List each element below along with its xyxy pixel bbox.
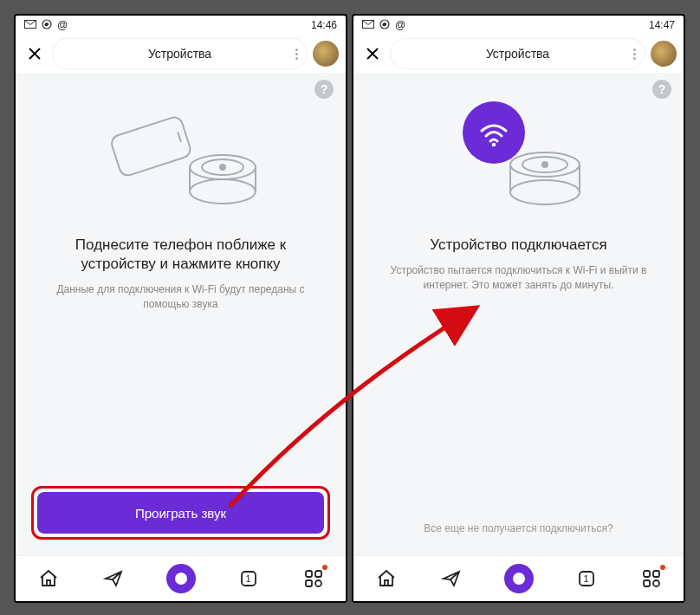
content-area: ? Поднесите телефон поближе к устройству…: [16, 73, 346, 555]
mail-icon: [24, 19, 36, 31]
tabs-count: 1: [245, 573, 250, 584]
nav-home[interactable]: [374, 566, 399, 591]
svg-rect-24: [644, 580, 650, 586]
page-title-pill[interactable]: Устройства: [390, 38, 645, 69]
top-bar: Устройства: [16, 35, 346, 73]
svg-point-5: [190, 179, 256, 204]
notification-dot: [660, 565, 665, 570]
nav-tabs[interactable]: 1: [574, 566, 599, 591]
nav-home[interactable]: [36, 566, 61, 591]
bottom-nav: 1: [353, 555, 684, 601]
top-bar: Устройства: [353, 35, 684, 73]
nav-alice[interactable]: [504, 564, 534, 593]
svg-rect-2: [109, 115, 192, 178]
illustration-wifi-speaker: [369, 80, 668, 236]
highlight-box: Проиграть звук: [31, 486, 330, 540]
illustration-phone-speaker: [31, 80, 330, 236]
nav-services[interactable]: [301, 566, 326, 591]
avatar[interactable]: [313, 41, 339, 67]
nav-tabs[interactable]: 1: [237, 566, 261, 591]
status-bar: @ 14:47: [353, 16, 684, 35]
svg-point-8: [220, 165, 225, 170]
at-icon: @: [57, 19, 68, 31]
close-button[interactable]: [23, 42, 47, 66]
whatsapp-icon: [42, 19, 52, 32]
headline: Поднесите телефон поближе к устройству и…: [31, 236, 330, 274]
svg-line-4: [178, 133, 181, 142]
nav-alice[interactable]: [166, 564, 196, 593]
clock-text: 14:46: [311, 19, 337, 31]
tabs-count: 1: [583, 573, 588, 584]
svg-rect-23: [653, 571, 659, 577]
svg-rect-11: [315, 571, 321, 577]
page-title: Устройства: [486, 47, 549, 61]
subtext: Устройство пытается подключиться к Wi-Fi…: [369, 263, 668, 293]
nav-send[interactable]: [439, 566, 463, 591]
svg-point-16: [491, 143, 496, 147]
svg-point-25: [653, 580, 659, 586]
phone-screen-left: @ 14:46 Устройства ?: [14, 14, 347, 603]
play-sound-button[interactable]: Проиграть звук: [37, 492, 324, 534]
nav-send[interactable]: [101, 566, 126, 591]
phone-screen-right: @ 14:47 Устройства ?: [352, 14, 685, 603]
button-label: Проиграть звук: [135, 506, 226, 521]
avatar[interactable]: [651, 41, 677, 67]
clock-text: 14:47: [649, 19, 675, 31]
page-title-pill[interactable]: Устройства: [52, 38, 308, 69]
mail-icon: [362, 19, 374, 31]
notification-dot: [322, 565, 327, 570]
help-icon[interactable]: ?: [652, 80, 671, 99]
help-icon[interactable]: ?: [314, 80, 334, 99]
svg-point-20: [542, 162, 548, 167]
content-area: ? Устройство подключается Устройст: [353, 73, 684, 555]
svg-point-17: [510, 180, 580, 204]
headline: Устройство подключается: [369, 236, 668, 255]
page-title: Устройства: [148, 47, 211, 61]
status-bar: @ 14:46: [16, 16, 346, 35]
nav-services[interactable]: [639, 566, 664, 591]
troubleshoot-link[interactable]: Все еще не получается подключиться?: [369, 522, 668, 534]
more-icon[interactable]: [295, 49, 298, 60]
speaker-icon: [506, 140, 584, 210]
whatsapp-icon: [379, 19, 390, 32]
subtext: Данные для подключения к Wi-Fi будут пер…: [31, 282, 330, 312]
close-button[interactable]: [360, 42, 385, 66]
svg-rect-12: [306, 580, 312, 586]
bottom-nav: 1: [16, 555, 346, 601]
more-icon[interactable]: [633, 49, 636, 60]
at-icon: @: [395, 19, 405, 31]
svg-rect-10: [306, 571, 312, 577]
svg-point-13: [315, 580, 321, 586]
svg-rect-22: [644, 571, 650, 577]
